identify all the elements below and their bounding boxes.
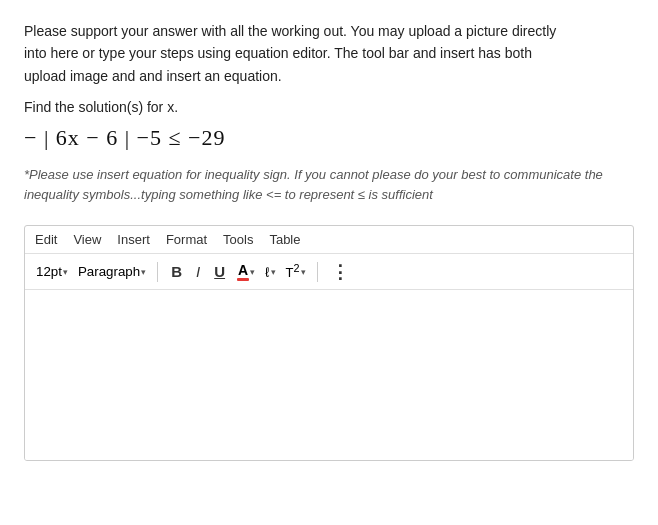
font-color-dropdown[interactable]: A ▾ (234, 260, 258, 284)
paragraph-dropdown[interactable]: Paragraph ▾ (75, 261, 149, 282)
paragraph-label: Paragraph (78, 264, 140, 279)
more-options-button[interactable]: ⋮ (326, 260, 355, 284)
font-size-dropdown[interactable]: 12pt ▾ (33, 261, 71, 282)
font-color-bar (237, 278, 249, 281)
superscript-arrow: ▾ (301, 267, 306, 277)
underline-button[interactable]: U (209, 261, 230, 282)
menu-edit[interactable]: Edit (35, 232, 57, 247)
menu-insert[interactable]: Insert (117, 232, 150, 247)
font-color-arrow: ▾ (250, 267, 255, 277)
rich-text-editor: Edit View Insert Format Tools Table 12pt… (24, 225, 634, 460)
toolbar: 12pt ▾ Paragraph ▾ B I U A ▾ ℓ (25, 254, 633, 289)
menu-bar: Edit View Insert Format Tools Table (25, 226, 633, 254)
find-solution-text: Find the solution(s) for x. (24, 99, 634, 115)
highlight-arrow: ▾ (271, 267, 276, 277)
superscript-dropdown[interactable]: T2 ▾ (283, 259, 309, 283)
bold-button[interactable]: B (166, 261, 187, 282)
menu-view[interactable]: View (73, 232, 101, 247)
pencil-icon: ℓ (265, 264, 270, 280)
font-size-arrow: ▾ (63, 267, 68, 277)
note-text: *Please use insert equation for inequali… (24, 165, 634, 205)
menu-table[interactable]: Table (269, 232, 300, 247)
menu-tools[interactable]: Tools (223, 232, 253, 247)
superscript-label: T2 (286, 262, 300, 280)
font-size-label: 12pt (36, 264, 62, 279)
paragraph-arrow: ▾ (141, 267, 146, 277)
instruction-text: Please support your answer with all the … (24, 20, 634, 87)
highlight-dropdown[interactable]: ℓ ▾ (262, 261, 279, 283)
editor-body[interactable] (25, 290, 633, 460)
menu-format[interactable]: Format (166, 232, 207, 247)
equation-display: − | 6x − 6 | −5 ≤ −29 (24, 125, 634, 151)
italic-button[interactable]: I (191, 261, 205, 282)
font-color-icon: A (237, 263, 249, 281)
toolbar-divider-1 (157, 262, 158, 282)
toolbar-divider-2 (317, 262, 318, 282)
